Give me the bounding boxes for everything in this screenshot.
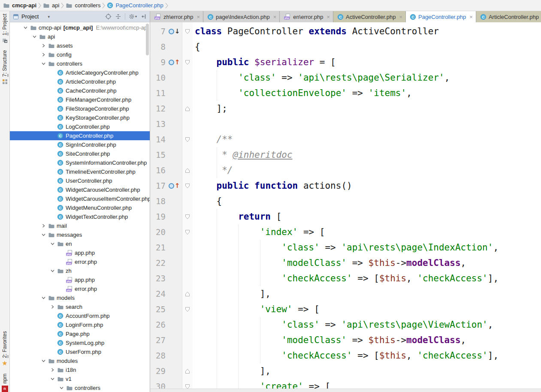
fold-marker[interactable] bbox=[182, 209, 193, 224]
chevron-down-icon[interactable]: ▾ bbox=[48, 15, 50, 19]
tree-item-filemanagercontroller-php[interactable]: CFileManagerController.php bbox=[10, 95, 150, 104]
override-gutter-icon[interactable]: ↑ bbox=[167, 178, 182, 193]
chevron-collapsed-icon[interactable] bbox=[40, 53, 47, 57]
fold-marker[interactable] bbox=[182, 132, 193, 147]
tree-item-models[interactable]: models bbox=[10, 293, 150, 302]
override-gutter-icon[interactable]: ↑ bbox=[167, 54, 182, 70]
tab-close-icon[interactable]: × bbox=[399, 14, 402, 20]
tree-item-systemlog-php[interactable]: CSystemLog.php bbox=[10, 338, 150, 347]
breadcrumb-item-cmcp-api[interactable]: cmcp-api bbox=[3, 0, 36, 11]
tree-item-loginform-php[interactable]: CLoginForm.php bbox=[10, 320, 150, 329]
breadcrumb-item-api[interactable]: api bbox=[43, 0, 59, 11]
chevron-expanded-icon[interactable] bbox=[49, 269, 56, 273]
tree-item-widgetcarouselitemcontroller-php[interactable]: CWidgetCarouselItemController.php bbox=[10, 194, 150, 203]
tree-item-widgettextcontroller-php[interactable]: CWidgetTextController.php bbox=[10, 212, 150, 221]
tree-item-articlecontroller-php[interactable]: CArticleController.php bbox=[10, 77, 150, 86]
stripe-button-2-favorites[interactable]: 2: Favorites★ bbox=[2, 331, 8, 367]
chevron-collapsed-icon[interactable] bbox=[49, 368, 56, 372]
tree-item-page-php[interactable]: CPage.php bbox=[10, 329, 150, 338]
tree-item-zh[interactable]: zh bbox=[10, 266, 150, 275]
tree-item-search[interactable]: search bbox=[10, 302, 150, 311]
stripe-button-npm[interactable]: npmn bbox=[2, 374, 8, 392]
fold-marker[interactable] bbox=[182, 24, 193, 39]
tree-item-widgetcarouselcontroller-php[interactable]: CWidgetCarouselController.php bbox=[10, 185, 150, 194]
svg-text:C: C bbox=[59, 98, 61, 102]
locate-file-button[interactable] bbox=[105, 13, 112, 20]
tree-item-filestoragecontroller-php[interactable]: CFileStorageController.php bbox=[10, 104, 150, 113]
gear-icon[interactable]: ▾ bbox=[129, 13, 137, 20]
fold-marker[interactable] bbox=[182, 224, 193, 240]
chevron-collapsed-icon[interactable] bbox=[49, 305, 56, 309]
chevron-expanded-icon[interactable] bbox=[22, 26, 29, 30]
breadcrumb-item-pagecontroller-php[interactable]: CPageController.php bbox=[107, 0, 163, 11]
tree-item-timelineeventcontroller-php[interactable]: CTimelineEventController.php bbox=[10, 167, 150, 176]
tree-item-userform-php[interactable]: CUserForm.php bbox=[10, 347, 150, 356]
hide-panel-button[interactable] bbox=[140, 13, 147, 20]
tab-activecontroller-php[interactable]: CActiveController.php× bbox=[333, 11, 406, 22]
tree-item-i18n[interactable]: i18n bbox=[10, 365, 150, 374]
tab-articlecontroller-php[interactable]: CArticleController.php bbox=[476, 11, 541, 22]
tab-close-icon[interactable]: × bbox=[326, 14, 330, 20]
tree-item-messages[interactable]: messages bbox=[10, 230, 150, 239]
tree-item-v1[interactable]: v1 bbox=[10, 374, 150, 383]
chevron-expanded-icon[interactable] bbox=[49, 377, 56, 381]
tree-item-assets[interactable]: assets bbox=[10, 41, 150, 50]
tree-item-usercontroller-php[interactable]: CUserController.php bbox=[10, 176, 150, 185]
chevron-expanded-icon[interactable] bbox=[40, 233, 47, 237]
tree-item-error-php[interactable]: phperror.php bbox=[10, 257, 150, 266]
chevron-expanded-icon[interactable] bbox=[58, 386, 65, 390]
breadcrumb-item-controllers[interactable]: controllers bbox=[66, 0, 100, 11]
chevron-collapsed-icon[interactable] bbox=[40, 44, 47, 48]
tree-item-keystoragecontroller-php[interactable]: CKeyStorageController.php bbox=[10, 113, 150, 122]
fold-marker[interactable] bbox=[182, 178, 193, 193]
tree-item-app-php[interactable]: phpapp.php bbox=[10, 248, 150, 257]
tree-item-logcontroller-php[interactable]: CLogController.php bbox=[10, 122, 150, 131]
stripe-button-1-project[interactable]: 1: Project bbox=[2, 14, 8, 43]
override-gutter-icon[interactable]: ↓ bbox=[167, 24, 182, 39]
fold-marker[interactable] bbox=[182, 54, 193, 70]
tree-item-cachecontroller-php[interactable]: CCacheController.php bbox=[10, 86, 150, 95]
tree-item-mail[interactable]: mail bbox=[10, 221, 150, 230]
tab-pagecontroller-php[interactable]: CPageController.php× bbox=[406, 11, 476, 22]
fold-marker[interactable] bbox=[182, 302, 193, 317]
tab-zh-error-php[interactable]: phpzh\error.php× bbox=[150, 11, 203, 22]
tree-scrollbar[interactable] bbox=[146, 24, 149, 55]
fold-marker[interactable] bbox=[182, 101, 193, 116]
tab-close-icon[interactable]: × bbox=[469, 14, 473, 20]
tree-item-modules[interactable]: modules bbox=[10, 356, 150, 365]
collapse-all-button[interactable] bbox=[115, 13, 121, 20]
tree-item-signincontroller-php[interactable]: CSignInController.php bbox=[10, 140, 150, 149]
tree-item-sitecontroller-php[interactable]: CSiteController.php bbox=[10, 149, 150, 158]
tab-close-icon[interactable]: × bbox=[273, 14, 277, 20]
tab-close-icon[interactable]: × bbox=[196, 14, 200, 20]
tree-item-app-php[interactable]: phpapp.php bbox=[10, 275, 150, 284]
chevron-collapsed-icon[interactable] bbox=[40, 224, 47, 228]
tab-page-indexaction-php[interactable]: Cpage\IndexAction.php× bbox=[203, 11, 280, 22]
arrow-up-icon: ↑ bbox=[175, 59, 180, 65]
tree-item-accountform-php[interactable]: CAccountForm.php bbox=[10, 311, 150, 320]
chevron-expanded-icon[interactable] bbox=[40, 359, 47, 363]
tab-en-error-php[interactable]: phpen\error.php× bbox=[280, 11, 333, 22]
chevron-expanded-icon[interactable] bbox=[40, 296, 47, 300]
tree-item-articlecategorycontroller-php[interactable]: CArticleCategoryController.php bbox=[10, 68, 150, 77]
tree-item-widgetmenucontroller-php[interactable]: CWidgetMenuController.php bbox=[10, 203, 150, 212]
fold-marker[interactable] bbox=[182, 363, 193, 379]
tree-item-en[interactable]: en bbox=[10, 239, 150, 248]
tree-item-controllers[interactable]: controllers bbox=[10, 59, 150, 68]
tree-item-config[interactable]: config bbox=[10, 50, 150, 59]
chevron-expanded-icon[interactable] bbox=[49, 242, 56, 246]
fold-marker[interactable] bbox=[182, 163, 193, 178]
tree-item-error-php[interactable]: phperror.php bbox=[10, 284, 150, 293]
code-token bbox=[249, 181, 254, 191]
chevron-expanded-icon[interactable] bbox=[40, 62, 47, 66]
chevron-expanded-icon[interactable] bbox=[31, 35, 38, 39]
tree-item-pagecontroller-php[interactable]: CPageController.php bbox=[10, 131, 150, 140]
tree-item-api[interactable]: api bbox=[10, 32, 150, 41]
fold-marker[interactable] bbox=[182, 286, 193, 302]
tree-item-cmcp-api[interactable]: cmcp-api[cmcp_api]E:\wwwroot\cmcp-api bbox=[10, 23, 150, 32]
tree-item-controllers[interactable]: controllers bbox=[10, 383, 150, 392]
line-number: 18 bbox=[150, 193, 167, 209]
tree-item-systeminformationcontroller-php[interactable]: CSystemInformationController.php bbox=[10, 158, 150, 167]
stripe-button-7-structure[interactable]: 7: Structure bbox=[2, 50, 8, 84]
code-area[interactable]: 7↓class PageController extends ActiveCon… bbox=[150, 22, 541, 392]
